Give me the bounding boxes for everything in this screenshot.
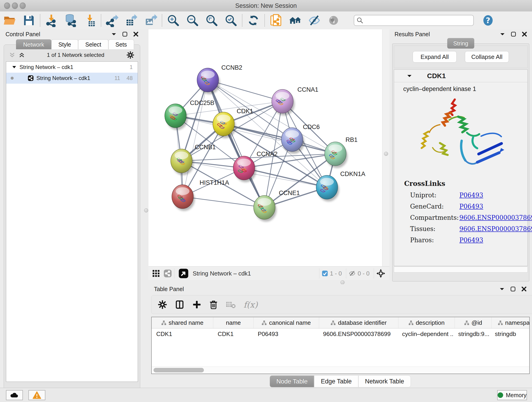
refresh-button[interactable] bbox=[244, 13, 263, 28]
crosslink-value[interactable]: 9606.ENSP00000378699 bbox=[459, 225, 532, 232]
cell-canonical-name[interactable]: P06493 bbox=[253, 328, 318, 339]
node-HIST1H1A[interactable]: HIST1H1A bbox=[172, 179, 229, 211]
cell-shared-name[interactable]: CDK1 bbox=[152, 328, 213, 339]
tab-string[interactable]: String bbox=[447, 38, 474, 49]
column-header-shared-name[interactable]: shared name bbox=[152, 317, 213, 328]
select-columns-icon[interactable] bbox=[175, 300, 184, 309]
zoom-selected-button[interactable] bbox=[221, 13, 241, 28]
table-gear-icon[interactable] bbox=[158, 300, 167, 309]
column-header-database-identifier[interactable]: database identifier bbox=[319, 317, 399, 328]
zoom-out-button[interactable] bbox=[183, 13, 202, 28]
node-table[interactable]: shared namenamecanonical namedatabase id… bbox=[151, 317, 530, 374]
node-CCNA1[interactable]: CCNA1 bbox=[272, 86, 318, 115]
cell--id[interactable]: stringdb:9... bbox=[454, 328, 490, 339]
panel-float-icon[interactable] bbox=[122, 32, 127, 37]
right-splitter[interactable] bbox=[382, 29, 390, 280]
collapse-all-button[interactable]: Collapse All bbox=[465, 51, 509, 63]
cell-description[interactable]: cyclin–dependent ... bbox=[398, 328, 454, 339]
home-pages-button[interactable] bbox=[285, 13, 305, 28]
import-network-database-button[interactable] bbox=[61, 13, 80, 28]
table-horizontal-scrollbar[interactable] bbox=[152, 366, 529, 374]
help-button[interactable]: ? bbox=[478, 13, 498, 28]
expand-all-button[interactable]: Expand All bbox=[413, 51, 457, 63]
gear-icon[interactable] bbox=[127, 51, 134, 59]
fit-content-crosshair-icon[interactable] bbox=[376, 269, 385, 278]
import-network-file-button[interactable] bbox=[42, 13, 61, 28]
left-splitter[interactable] bbox=[144, 29, 148, 388]
right-splitter-handle[interactable] bbox=[384, 152, 388, 156]
memory-button[interactable]: Memory bbox=[497, 390, 527, 400]
expand-all-networks-icon[interactable] bbox=[19, 52, 25, 58]
tab-select[interactable]: Select bbox=[78, 39, 108, 49]
zoom-in-button[interactable] bbox=[164, 13, 183, 28]
node-CDC6[interactable]: CDC6 bbox=[281, 123, 320, 154]
show-all-button[interactable] bbox=[324, 13, 343, 28]
node-CDC25B[interactable]: CDC25B bbox=[165, 99, 215, 130]
export-table-button[interactable] bbox=[122, 13, 141, 28]
crosslink-value[interactable]: P06493 bbox=[459, 203, 483, 210]
node-CDKN1A[interactable]: CDKN1A bbox=[316, 171, 365, 201]
left-splitter-handle[interactable] bbox=[144, 208, 148, 212]
crosslink-value[interactable]: 9606.ENSP00000378699 bbox=[459, 214, 532, 221]
string-document-button[interactable] bbox=[266, 13, 285, 28]
panel-menu-icon[interactable] bbox=[500, 32, 505, 36]
tab-node-table[interactable]: Node Table bbox=[270, 375, 314, 387]
collection-expand-icon[interactable] bbox=[12, 66, 16, 69]
tab-network[interactable]: Network bbox=[16, 39, 51, 49]
zoom-fit-button[interactable] bbox=[202, 13, 221, 28]
window-minimize-button[interactable] bbox=[12, 2, 18, 9]
tab-network-table[interactable]: Network Table bbox=[358, 375, 411, 387]
panel-menu-icon[interactable] bbox=[500, 287, 505, 291]
panel-close-icon[interactable] bbox=[522, 32, 527, 37]
crosslink-value[interactable]: P06493 bbox=[459, 236, 483, 244]
panel-close-icon[interactable] bbox=[133, 32, 138, 37]
horizontal-splitter-handle[interactable] bbox=[341, 280, 345, 284]
import-table-file-button[interactable] bbox=[80, 13, 99, 28]
cell-name[interactable]: CDK1 bbox=[213, 328, 253, 339]
cell-namespace[interactable]: stringdb bbox=[490, 328, 530, 339]
string-view-icon[interactable] bbox=[164, 269, 172, 278]
table-row[interactable]: CDK1CDK1P064939606.ENSP00000378699cyclin… bbox=[152, 328, 529, 339]
selected-checkbox-icon[interactable] bbox=[322, 270, 328, 277]
cloud-status-button[interactable] bbox=[6, 390, 23, 400]
export-image-button[interactable] bbox=[141, 13, 160, 28]
column-header-namespace[interactable]: namespace bbox=[492, 317, 530, 328]
node-CCNB2[interactable]: CCNB2 bbox=[197, 64, 242, 94]
column-header-description[interactable]: description bbox=[399, 317, 455, 328]
network-collection-row[interactable]: String Network – cdk1 1 bbox=[6, 62, 138, 73]
delete-column-icon[interactable] bbox=[209, 300, 218, 309]
search-box[interactable] bbox=[354, 15, 474, 26]
network-canvas[interactable]: CCNB2CCNA1CDC25BCDK1CDC6RB1CCNB1CCNA2CDK… bbox=[148, 29, 382, 266]
column-header-name[interactable]: name bbox=[213, 317, 254, 328]
warnings-button[interactable] bbox=[28, 390, 45, 400]
window-close-button[interactable] bbox=[4, 2, 10, 9]
edge-HIST1H1A-CCNE1[interactable] bbox=[183, 197, 264, 207]
node-CCNE1[interactable]: CCNE1 bbox=[254, 190, 300, 222]
add-column-icon[interactable] bbox=[192, 300, 201, 309]
scrollbar-thumb[interactable] bbox=[153, 368, 204, 372]
hide-selected-button[interactable] bbox=[305, 13, 324, 28]
node-RB1[interactable]: RB1 bbox=[325, 136, 358, 168]
panel-float-icon[interactable] bbox=[511, 32, 516, 37]
grid-view-icon[interactable] bbox=[152, 269, 160, 277]
tab-sets[interactable]: Sets bbox=[108, 39, 134, 49]
search-input[interactable] bbox=[363, 17, 463, 24]
collapse-all-networks-icon[interactable] bbox=[9, 52, 15, 58]
hidden-eye-slash-icon[interactable] bbox=[348, 270, 356, 277]
tab-style[interactable]: Style bbox=[51, 39, 78, 49]
panel-menu-icon[interactable] bbox=[111, 32, 116, 36]
column-header--id[interactable]: @id bbox=[455, 317, 492, 328]
column-header-canonical-name[interactable]: canonical name bbox=[254, 317, 319, 328]
gene-collapse-icon[interactable] bbox=[407, 74, 412, 77]
open-session-button[interactable] bbox=[0, 13, 19, 28]
window-zoom-button[interactable] bbox=[20, 2, 26, 9]
birds-eye-view-icon[interactable] bbox=[178, 268, 189, 279]
panel-close-icon[interactable] bbox=[521, 287, 526, 292]
crosslink-value[interactable]: P06493 bbox=[459, 191, 483, 199]
network-row[interactable]: String Network – cdk1 11 48 bbox=[6, 73, 138, 84]
tab-edge-table[interactable]: Edge Table bbox=[314, 375, 358, 387]
save-session-button[interactable] bbox=[19, 13, 38, 28]
panel-float-icon[interactable] bbox=[510, 287, 515, 292]
cell-database-identifier[interactable]: 9606.ENSP00000378699 bbox=[318, 328, 398, 339]
export-network-button[interactable] bbox=[103, 13, 122, 28]
